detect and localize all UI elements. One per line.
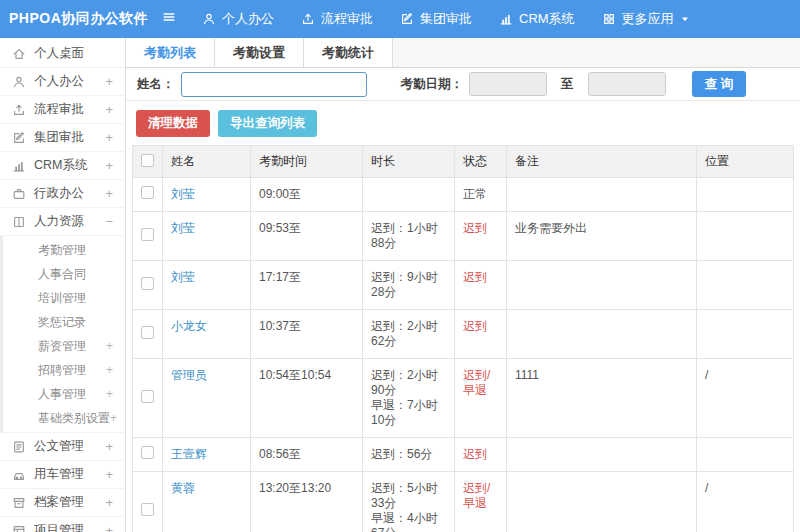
nav-item-4[interactable]: 更多应用 bbox=[602, 10, 696, 28]
row-checkbox[interactable] bbox=[141, 326, 154, 339]
attendance-table: 姓名考勤时间时长状态备注位置 刘莹09:00至正常刘莹09:53至迟到：1小时8… bbox=[132, 145, 794, 532]
sidebar-item-label: 公文管理 bbox=[34, 438, 105, 455]
expand-toggle-icon[interactable]: + bbox=[105, 439, 113, 454]
nav-item-0[interactable]: 个人办公 bbox=[202, 10, 274, 28]
sidebar-item-7[interactable]: 公文管理+ bbox=[0, 433, 125, 461]
expand-toggle-icon[interactable]: + bbox=[106, 363, 113, 377]
remark-cell: 1111 bbox=[507, 359, 697, 438]
sidebar-item-label: 项目管理 bbox=[34, 522, 105, 532]
sidebar-item-9[interactable]: 档案管理+ bbox=[0, 489, 125, 517]
sidebar-item-2[interactable]: 流程审批+ bbox=[0, 96, 125, 124]
row-checkbox[interactable] bbox=[141, 228, 154, 241]
sidebar-subitem-6-2[interactable]: 培训管理 bbox=[3, 286, 125, 310]
select-all-checkbox[interactable] bbox=[141, 154, 154, 167]
expand-toggle-icon[interactable]: + bbox=[110, 411, 117, 425]
expand-toggle-icon[interactable]: − bbox=[105, 214, 113, 229]
expand-toggle-icon[interactable]: + bbox=[106, 339, 113, 353]
sidebar-subitem-6-7[interactable]: 基础类别设置+ bbox=[3, 406, 125, 430]
column-header-0: 姓名 bbox=[163, 146, 251, 178]
employee-name-link[interactable]: 小龙女 bbox=[171, 319, 207, 333]
sidebar-subitem-6-0[interactable]: 考勤管理 bbox=[3, 238, 125, 262]
duration-cell: 迟到：2小时62分 bbox=[363, 310, 455, 359]
expand-toggle-icon[interactable]: + bbox=[105, 102, 113, 117]
expand-toggle-icon[interactable]: + bbox=[105, 186, 113, 201]
sidebar-item-8[interactable]: 用车管理+ bbox=[0, 461, 125, 489]
sidebar-subitem-label: 薪资管理 bbox=[38, 338, 106, 355]
duration-line: 迟到：56分 bbox=[371, 447, 432, 461]
chart-icon bbox=[499, 12, 513, 26]
expand-toggle-icon[interactable]: + bbox=[105, 467, 113, 482]
table-row: 王壹辉08:56至迟到：56分迟到 bbox=[133, 438, 794, 472]
employee-name-link[interactable]: 王壹辉 bbox=[171, 447, 207, 461]
table-row: 刘莹09:53至迟到：1小时88分迟到业务需要外出 bbox=[133, 212, 794, 261]
nav-item-2[interactable]: 集团审批 bbox=[400, 10, 472, 28]
export-list-button[interactable]: 导出查询列表 bbox=[218, 110, 317, 137]
app-logo: PHPOA协同办公软件 bbox=[0, 10, 162, 28]
date-label: 考勤日期： bbox=[401, 76, 464, 93]
sidebar-subitem-6-5[interactable]: 招聘管理+ bbox=[3, 358, 125, 382]
location-cell: / bbox=[697, 472, 794, 532]
sidebar-item-10[interactable]: 项目管理+ bbox=[0, 517, 125, 532]
employee-name-link[interactable]: 管理员 bbox=[171, 368, 207, 382]
attendance-time-cell: 09:00至 bbox=[251, 178, 363, 212]
sidebar-subitem-6-3[interactable]: 奖惩记录 bbox=[3, 310, 125, 334]
clean-data-button[interactable]: 清理数据 bbox=[136, 110, 210, 137]
sidebar-subitem-label: 人事管理 bbox=[38, 386, 106, 403]
sidebar-item-1[interactable]: 个人办公+ bbox=[0, 68, 125, 96]
row-checkbox[interactable] bbox=[141, 277, 154, 290]
sidebar-item-4[interactable]: CRM系统+ bbox=[0, 152, 125, 180]
menu-toggle-button[interactable] bbox=[162, 10, 176, 28]
flow-icon bbox=[12, 103, 26, 117]
table-header-row: 姓名考勤时间时长状态备注位置 bbox=[133, 146, 794, 178]
date-from-input[interactable] bbox=[469, 72, 547, 96]
doc-icon bbox=[12, 440, 26, 454]
sidebar-subitem-6-6[interactable]: 人事管理+ bbox=[3, 382, 125, 406]
employee-name-link[interactable]: 刘莹 bbox=[171, 221, 195, 235]
nav-item-label: 集团审批 bbox=[420, 10, 472, 28]
sidebar-subitem-label: 奖惩记录 bbox=[38, 314, 113, 331]
edit-icon bbox=[12, 131, 26, 145]
nav-item-3[interactable]: CRM系统 bbox=[499, 10, 575, 28]
status-badge: 迟到 bbox=[455, 261, 507, 310]
expand-toggle-icon[interactable]: + bbox=[105, 523, 113, 532]
expand-toggle-icon[interactable]: + bbox=[105, 130, 113, 145]
expand-toggle-icon[interactable]: + bbox=[106, 387, 113, 401]
column-header-4: 备注 bbox=[507, 146, 697, 178]
sidebar-item-label: 流程审批 bbox=[34, 101, 105, 118]
main-content: 考勤列表考勤设置考勤统计 姓名： 考勤日期： 至 查 询 清理数据 导出查询列表 bbox=[125, 38, 800, 532]
name-input[interactable] bbox=[181, 72, 367, 97]
search-button[interactable]: 查 询 bbox=[692, 71, 746, 97]
nav-item-label: 个人办公 bbox=[222, 10, 274, 28]
employee-name-link[interactable]: 刘莹 bbox=[171, 270, 195, 284]
duration-line: 迟到：5小时33分 bbox=[371, 481, 438, 510]
employee-name-link[interactable]: 黄蓉 bbox=[171, 481, 195, 495]
tab-1[interactable]: 考勤设置 bbox=[215, 38, 304, 67]
name-label: 姓名： bbox=[137, 76, 175, 93]
attendance-time-cell: 10:54至10:54 bbox=[251, 359, 363, 438]
row-checkbox[interactable] bbox=[141, 446, 154, 459]
sidebar-item-3[interactable]: 集团审批+ bbox=[0, 124, 125, 152]
expand-toggle-icon[interactable]: + bbox=[105, 74, 113, 89]
sidebar-item-label: 行政办公 bbox=[34, 185, 105, 202]
sidebar-item-5[interactable]: 行政办公+ bbox=[0, 180, 125, 208]
sidebar-subitem-label: 招聘管理 bbox=[38, 362, 106, 379]
expand-toggle-icon[interactable]: + bbox=[105, 495, 113, 510]
table-row: 刘莹09:00至正常 bbox=[133, 178, 794, 212]
employee-name-link[interactable]: 刘莹 bbox=[171, 187, 195, 201]
duration-cell: 迟到：1小时88分 bbox=[363, 212, 455, 261]
tab-2[interactable]: 考勤统计 bbox=[304, 38, 393, 67]
user-icon bbox=[12, 75, 26, 89]
row-checkbox[interactable] bbox=[141, 503, 154, 516]
date-to-input[interactable] bbox=[588, 72, 666, 96]
row-checkbox[interactable] bbox=[141, 186, 154, 199]
row-checkbox[interactable] bbox=[141, 390, 154, 403]
sidebar-item-6[interactable]: 人力资源− bbox=[0, 208, 125, 236]
sidebar-subitem-6-1[interactable]: 人事合同 bbox=[3, 262, 125, 286]
sidebar-item-label: CRM系统 bbox=[34, 157, 105, 174]
expand-toggle-icon[interactable]: + bbox=[105, 158, 113, 173]
sidebar-item-0[interactable]: 个人桌面 bbox=[0, 40, 125, 68]
nav-item-1[interactable]: 流程审批 bbox=[301, 10, 373, 28]
sidebar-nav: 个人桌面个人办公+流程审批+集团审批+CRM系统+行政办公+人力资源−考勤管理人… bbox=[0, 38, 125, 532]
sidebar-subitem-6-4[interactable]: 薪资管理+ bbox=[3, 334, 125, 358]
tab-0[interactable]: 考勤列表 bbox=[126, 38, 215, 67]
